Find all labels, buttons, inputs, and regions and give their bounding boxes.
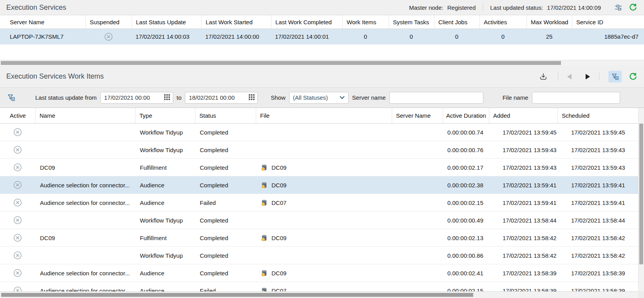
type-cell: Workflow Tidyup [135,217,195,224]
cancel-circle-icon[interactable] [13,198,22,207]
column-header-activities[interactable]: Activities [479,15,526,29]
active-duration-cell: 0.00:00:02.15 [443,199,489,206]
filter-toggle-button[interactable] [608,71,622,83]
work-items-title: Execution Services Work Items [6,72,104,81]
server-name-input[interactable] [393,94,480,101]
cancel-circle-icon[interactable] [13,163,22,172]
file-name-text: DC09 [271,270,286,276]
table-row[interactable]: Workflow Tidyup Completed 0.00:00:00.49 … [0,212,638,229]
last-updated-value: 17/02/2021 14:00:09 [547,4,601,11]
status-cell: Completed [195,164,256,171]
column-header-max-workload[interactable]: Max Workload [526,15,572,29]
date-to-field[interactable] [185,92,258,104]
table-row[interactable]: Audience selection for connector... Audi… [0,194,638,212]
cancel-circle-icon[interactable] [13,233,22,242]
column-header-last-status-update[interactable]: Last Status Update [132,15,201,29]
file-name-text: DC09 [271,182,286,188]
active-duration-cell: 0.00:00:02.41 [443,270,489,276]
column-header-status[interactable]: Status [195,108,256,123]
table-row[interactable]: Workflow Tidyup Completed 0.00:00:00.86 … [0,247,638,264]
file-name-input[interactable] [536,94,617,101]
column-header-active[interactable]: Active [0,108,35,123]
work-items-filter-bar: Last status update from to [0,87,644,108]
table-row[interactable]: Audience selection for connector... Audi… [0,264,638,282]
last-updated-label: Last updated status: [490,4,543,11]
type-cell: Workflow Tidyup [135,147,195,153]
divider [599,73,599,81]
download-icon[interactable] [538,71,549,82]
file-name-field[interactable] [532,92,620,104]
system-tasks-cell: 0 [389,33,434,40]
table1-horizontal-scrollbar[interactable] [0,60,644,66]
refresh-icon[interactable] [628,2,639,13]
server-row[interactable]: LAPTOP-7JK7SML7 17/02/2021 14:00:03 17/0… [0,29,644,45]
column-header-client-jobs[interactable]: Client Jobs [434,15,479,29]
tune-icon[interactable] [613,2,624,13]
server-name-field[interactable] [389,92,483,104]
cancel-circle-icon[interactable] [13,269,22,277]
type-cell: Audience [135,199,195,206]
status-cell: Completed [195,217,256,224]
status-select[interactable]: (All Statuses) [289,92,349,104]
date-from-input[interactable] [104,94,164,101]
added-cell: 17/02/2021 13:58:44 [489,217,557,224]
cancel-circle-icon[interactable] [13,181,22,189]
column-header-server-name[interactable]: Server Name [392,108,443,123]
refresh-icon[interactable] [628,71,639,82]
column-header-service-id[interactable]: Service ID [572,15,644,29]
column-header-work-items[interactable]: Work Items [342,15,389,29]
calendar-icon[interactable] [164,94,170,101]
column-header-added[interactable]: Added [489,108,557,123]
table-row[interactable]: Workflow Tidyup Completed 0.00:00:00.76 … [0,141,638,159]
table-row[interactable]: Audience selection for connector... Audi… [0,176,638,194]
next-icon[interactable] [586,74,590,79]
divider [483,4,483,11]
scheduled-cell: 17/02/2021 13:59:45 [557,129,638,136]
column-header-last-work-started[interactable]: Last Work Started [201,15,271,29]
table-row[interactable]: DC09 Fulfillment Completed DC09 0.00:00:… [0,159,638,176]
status-cell: Completed [195,182,256,188]
column-header-system-tasks[interactable]: System Tasks [389,15,434,29]
execution-services-table-header: Server Name Suspended Last Status Update… [0,15,644,29]
cancel-circle-icon[interactable] [104,32,113,41]
scrollbar-thumb[interactable] [639,124,643,264]
added-cell: 17/02/2021 13:58:42 [489,235,557,241]
cancel-circle-icon[interactable] [13,145,22,154]
table-row[interactable]: DC09 Fulfillment Completed DC09 0.00:00:… [0,229,638,247]
added-cell: 17/02/2021 13:59:41 [489,182,557,188]
table2-horizontal-scrollbar[interactable] [0,291,638,298]
column-header-scheduled[interactable]: Scheduled [557,108,638,123]
cancel-circle-icon[interactable] [13,251,22,260]
column-header-server-name[interactable]: Server Name [0,15,85,29]
status-cell: Completed [195,270,256,276]
server-name-cell: LAPTOP-7JK7SML7 [0,33,85,40]
scrollbar-thumb[interactable] [1,293,473,297]
table-row[interactable]: Workflow Tidyup Completed 0.00:00:00.74 … [0,124,638,141]
table2-vertical-scrollbar[interactable] [638,108,644,291]
scheduled-cell: 17/02/2021 13:59:43 [557,164,638,171]
name-cell: Audience selection for connector... [35,182,135,188]
file-name-text: DC07 [271,199,286,206]
table-empty-area [0,45,644,60]
column-header-type[interactable]: Type [135,108,195,123]
column-header-active-duration[interactable]: Active Duration [443,108,489,123]
column-header-last-work-completed[interactable]: Last Work Completed [271,15,342,29]
active-duration-cell: 0.00:00:00.76 [443,147,489,153]
date-to-input[interactable] [189,94,249,101]
active-cell [0,233,35,242]
column-header-file[interactable]: File [256,108,392,123]
cancel-circle-icon[interactable] [13,128,22,136]
column-header-suspended[interactable]: Suspended [85,15,132,29]
active-duration-cell: 0.00:00:02.13 [443,235,489,241]
prev-icon[interactable] [567,74,572,79]
to-label: to [177,94,182,101]
column-header-name[interactable]: Name [35,108,135,123]
execution-services-table: Server Name Suspended Last Status Update… [0,15,644,66]
date-from-field[interactable] [100,92,173,104]
scrollbar-thumb[interactable] [1,61,561,65]
date-from-label: Last status update from [35,94,97,101]
cancel-circle-icon[interactable] [13,216,22,224]
added-cell: 17/02/2021 13:59:43 [489,147,557,153]
file-cell: DC09 [256,269,392,277]
calendar-icon[interactable] [249,94,255,101]
